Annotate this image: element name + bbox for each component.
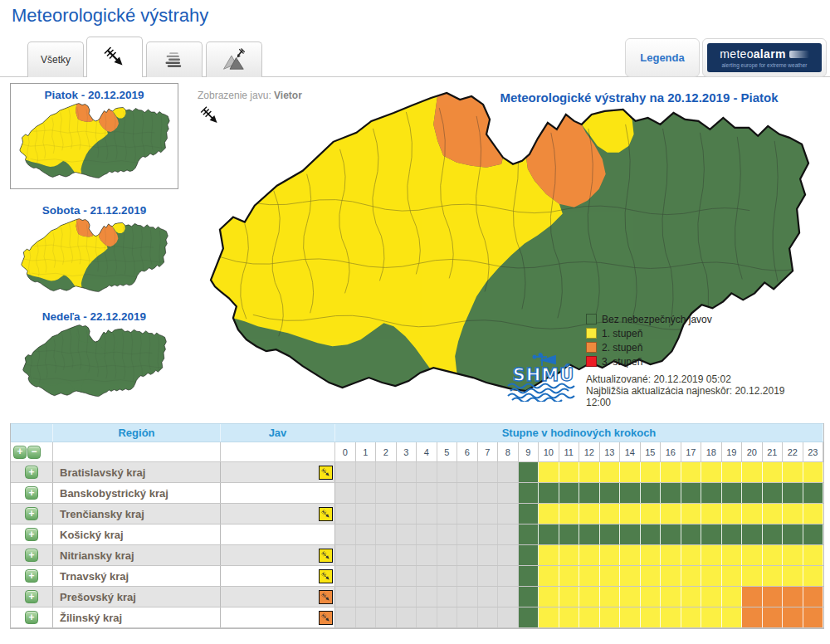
updated-at: Aktualizované: 20.12.2019 05:02: [586, 373, 828, 385]
expand-row-button[interactable]: +: [25, 486, 38, 500]
hour-level-cell: [519, 587, 540, 607]
hour-level-cell: [498, 607, 519, 627]
hour-label: 2: [376, 442, 397, 461]
wind-barb-icon: [198, 105, 222, 130]
hour-cells: [335, 524, 823, 544]
hour-level-cell: [539, 587, 559, 607]
hour-level-cell: [437, 504, 458, 524]
meteoalarm-subtitle: alerting europe for extreme weather: [722, 62, 808, 68]
hour-level-cell: [376, 483, 397, 503]
hour-level-cell: [417, 462, 437, 482]
legend-item: Bez nebezpečných javov: [586, 312, 712, 326]
hour-level-cell: [559, 504, 580, 524]
hour-level-cell: [376, 462, 397, 482]
hour-level-cell: [681, 504, 702, 524]
hour-level-cell: [600, 607, 621, 627]
jav-cell: [221, 607, 335, 627]
hour-level-cell: [498, 587, 519, 607]
tab-avalanche[interactable]: [206, 41, 262, 77]
table-row: +Košický kraj: [11, 524, 823, 545]
tab-wind[interactable]: [86, 37, 143, 77]
hour-level-cell: [539, 566, 559, 586]
next-update-line1: Najbližšia aktualizácia najneskôr: 20.12…: [586, 385, 828, 397]
hour-level-cell: [335, 483, 356, 503]
hour-level-cell: [356, 504, 377, 524]
hour-level-cell: [701, 483, 722, 503]
hour-level-cell: [559, 607, 580, 627]
hour-level-cell: [803, 566, 824, 586]
hour-level-cell: [356, 545, 377, 565]
hour-label: 11: [559, 442, 580, 461]
expand-row-button[interactable]: +: [25, 549, 38, 562]
hour-level-cell: [457, 483, 478, 503]
hour-level-cell: [803, 607, 824, 627]
hour-label: 9: [519, 442, 540, 461]
hour-label: 14: [620, 442, 641, 461]
hour-level-cell: [701, 545, 722, 565]
hour-level-cell: [498, 566, 519, 586]
expand-all-button[interactable]: +: [13, 446, 27, 459]
hour-level-cell: [763, 462, 784, 482]
expand-row-button[interactable]: +: [25, 507, 38, 520]
hour-level-cell: [579, 587, 600, 607]
hour-level-cell: [519, 607, 540, 627]
expand-row-button[interactable]: +: [25, 466, 38, 479]
hour-level-cell: [641, 524, 662, 544]
meteoalarm-button[interactable]: meteoalarm alerting europe for extreme w…: [702, 38, 827, 77]
update-info: Aktualizované: 20.12.2019 05:02 Najbližš…: [586, 373, 828, 408]
hour-level-cell: [600, 566, 621, 586]
legend-label: 3. stupeň: [602, 356, 642, 368]
meteo-warnings-page: Meteorologické výstrahy Všetky Legenda m…: [0, 0, 830, 644]
hour-level-cell: [742, 524, 763, 544]
day-map-saturday[interactable]: Sobota - 21.12.2019: [10, 199, 178, 297]
collapse-all-button[interactable]: −: [27, 446, 41, 459]
hour-level-cell: [763, 566, 784, 586]
legend-item: 3. stupeň: [586, 354, 712, 368]
hour-label: 19: [722, 442, 743, 461]
day-map-sunday[interactable]: Nedeľa - 22.12.2019: [10, 305, 178, 402]
legend-item: 1. stupeň: [586, 326, 712, 340]
hour-level-cell: [417, 587, 437, 607]
hours-row-jav-spacer: [221, 442, 335, 461]
hour-level-cell: [661, 483, 681, 503]
jav-cell: [221, 545, 335, 565]
hour-level-cell: [539, 524, 559, 544]
hour-level-cell: [701, 607, 722, 627]
hour-level-cell: [620, 545, 641, 565]
expand-row-button[interactable]: +: [25, 611, 38, 624]
hour-level-cell: [722, 504, 743, 524]
tab-fog[interactable]: [146, 41, 203, 77]
hour-level-cell: [437, 462, 458, 482]
hour-level-cell: [783, 483, 803, 503]
hour-level-cell: [335, 524, 356, 544]
wind-warning-icon: [319, 466, 333, 480]
header-cell-region: Región: [53, 424, 221, 442]
hour-level-cell: [539, 607, 559, 627]
hour-level-cell: [763, 545, 784, 565]
day-map-friday[interactable]: Piatok - 20.12.2019: [10, 83, 178, 189]
hour-label: 5: [437, 442, 458, 461]
hour-level-cell: [356, 607, 377, 627]
hour-label: 20: [742, 442, 763, 461]
hour-level-cell: [478, 587, 499, 607]
hour-level-cell: [417, 524, 437, 544]
legend-button[interactable]: Legenda: [625, 38, 700, 77]
expand-row-button[interactable]: +: [25, 528, 38, 541]
hour-level-cell: [356, 524, 377, 544]
hour-level-cell: [397, 462, 417, 482]
hour-level-cell: [478, 483, 499, 503]
jav-cell: [221, 587, 335, 607]
tab-all-warnings[interactable]: Všetky: [27, 41, 84, 77]
hour-level-cell: [478, 607, 499, 627]
hour-label: 15: [641, 442, 662, 461]
header-cell-expand: [11, 424, 53, 442]
hour-level-cell: [437, 483, 458, 503]
hour-level-cell: [335, 504, 356, 524]
hour-level-cell: [722, 566, 743, 586]
hour-level-cell: [559, 483, 580, 503]
hour-level-cell: [600, 524, 621, 544]
expand-row-button[interactable]: +: [25, 569, 38, 583]
expand-row-button[interactable]: +: [25, 590, 38, 603]
hour-level-cell: [722, 607, 743, 627]
hour-level-cell: [763, 524, 784, 544]
